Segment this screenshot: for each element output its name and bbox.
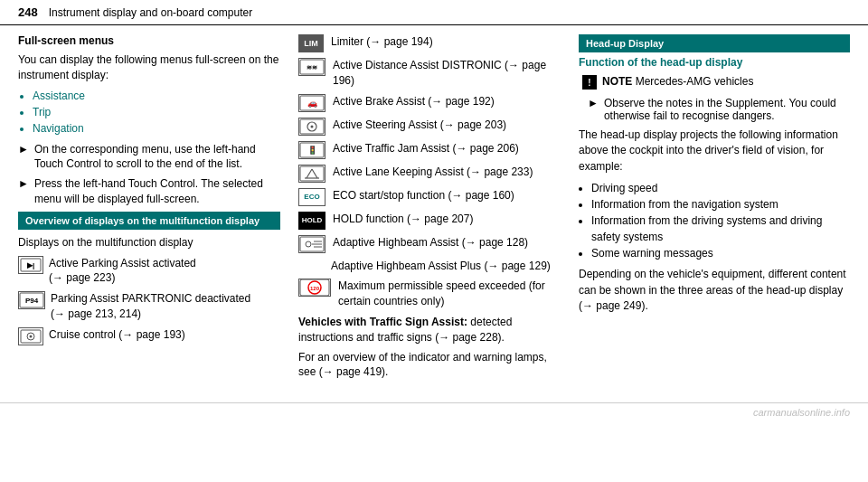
steering-assist-text: Active Steering Assist (→ page 203)	[333, 118, 506, 133]
highbeam-icon	[298, 235, 326, 253]
highbeam-plus-text: Adaptive Highbeam Assist Plus (→ page 12…	[331, 259, 551, 274]
lane-keeping-text: Active Lane Keeping Assist (→ page 233)	[333, 165, 533, 180]
limiter-text: Limiter (→ page 194)	[331, 34, 433, 50]
svg-line-18	[312, 169, 317, 178]
right-column: Head-up Display Function of the head-up …	[579, 34, 850, 384]
page-header-title: Instrument display and on-board computer	[49, 6, 252, 19]
mid-item-highbeam: Adaptive Highbeam Assist (→ page 128)	[298, 235, 561, 253]
parking-assist-text: Active Parking Assist activated (→ page …	[49, 256, 196, 287]
main-content: Full-screen menus You can display the fo…	[0, 25, 868, 393]
middle-column: LIM Limiter (→ page 194) ≋≋ Active Dista…	[298, 34, 561, 384]
head-up-body: The head-up display projects the followi…	[579, 128, 850, 175]
svg-text:≋≋: ≋≋	[307, 64, 317, 71]
left-column: Full-screen menus You can display the fo…	[18, 34, 280, 384]
display-item-parking-assist: ▶| Active Parking Assist activated (→ pa…	[18, 256, 280, 287]
displays-label: Displays on the multifunction display	[18, 235, 280, 250]
traffic-jam-svg: 🚦	[299, 142, 325, 158]
distance-assist-svg: ≋≋	[299, 59, 325, 75]
distance-assist-icon: ≋≋	[298, 58, 326, 76]
arrow-sym-2: ►	[18, 176, 29, 207]
speed-icon: 120	[298, 279, 331, 297]
display-item-cruise: Cruise control (→ page 193)	[18, 327, 280, 345]
note-box: ! NOTE Mercedes-AMG vehicles	[582, 74, 850, 90]
bullet-driving-speed: Driving speed	[591, 180, 850, 196]
speed-svg: 120	[299, 279, 330, 297]
mid-item-hold: HOLD HOLD function (→ page 207)	[298, 212, 561, 230]
arrow-text-2: Press the left-hand Touch Control. The s…	[34, 176, 280, 207]
arrow-sym-1: ►	[18, 142, 29, 173]
menu-item-navigation: Navigation	[33, 120, 280, 137]
svg-rect-16	[300, 166, 324, 181]
mid-item-eco: ECO ECO start/stop function (→ page 160)	[298, 188, 561, 206]
overview-text: For an overview of the indicator and war…	[298, 350, 561, 381]
brake-assist-svg: 🚗	[299, 95, 325, 111]
mid-item-limiter: LIM Limiter (→ page 194)	[298, 34, 561, 52]
bullet-warning-messages: Some warning messages	[591, 245, 850, 261]
highbeam-text: Adaptive Highbeam Assist (→ page 128)	[333, 235, 528, 250]
brake-assist-text: Active Brake Assist (→ page 192)	[333, 94, 495, 109]
menu-item-assistance: Assistance	[33, 88, 280, 104]
highbeam-svg	[299, 236, 325, 252]
svg-text:P94: P94	[25, 297, 39, 305]
svg-point-6	[30, 335, 33, 337]
parktronic-icon: P94	[18, 291, 45, 309]
note-content: NOTE Mercedes-AMG vehicles	[602, 74, 753, 90]
head-up-bullet-list: Driving speed Information from the navig…	[591, 180, 850, 261]
vehicles-label: Vehicles with Traffic Sign Assist:	[298, 316, 467, 328]
lim-icon: LIM	[298, 34, 324, 52]
distance-assist-text: Active Distance Assist DISTRONIC (→ page…	[333, 58, 561, 89]
head-up-subtitle: Function of the head-up display	[579, 56, 850, 69]
parking-assist-icon: ▶|	[18, 256, 43, 274]
parktronic-svg: P94	[19, 292, 44, 308]
mid-item-highbeam-plus: Adaptive Highbeam Assist Plus (→ page 12…	[298, 259, 561, 274]
page-header: 248 Instrument display and on-board comp…	[0, 0, 868, 25]
cruise-svg	[20, 329, 42, 344]
brake-assist-icon: 🚗	[298, 94, 326, 112]
observe-text: Observe the notes in the Supplement. You…	[604, 97, 850, 122]
svg-text:🚦: 🚦	[307, 145, 318, 156]
mid-item-brake-assist: 🚗 Active Brake Assist (→ page 192)	[298, 94, 561, 112]
traffic-jam-text: Active Traffic Jam Assist (→ page 206)	[333, 141, 519, 156]
hold-text: HOLD function (→ page 207)	[333, 212, 473, 227]
watermark: carmanualsonline.info	[753, 407, 850, 418]
fullscreen-menus-title: Full-screen menus	[18, 34, 280, 47]
head-up-title: Head-up Display	[579, 34, 850, 52]
steering-assist-icon	[298, 118, 326, 136]
cruise-text: Cruise control (→ page 193)	[49, 327, 185, 343]
eco-text: ECO start/stop function (→ page 160)	[333, 188, 514, 203]
svg-line-17	[307, 169, 312, 178]
svg-text:▶|: ▶|	[27, 261, 34, 269]
traffic-jam-icon: 🚦	[298, 141, 326, 159]
menu-list: Assistance Trip Navigation	[33, 88, 280, 137]
menu-item-trip: Trip	[33, 104, 280, 120]
lane-keeping-svg	[299, 165, 325, 182]
max-speed-text: Maximum permissible speed exceeded (for …	[338, 279, 561, 309]
lane-keeping-icon	[298, 165, 326, 183]
mid-item-traffic-jam: 🚦 Active Traffic Jam Assist (→ page 206)	[298, 141, 561, 159]
bullet-driving-systems: Information from the driving systems and…	[591, 213, 850, 245]
page-footer: carmanualsonline.info	[0, 402, 868, 421]
display-item-parktronic: P94 Parking Assist PARKTRONIC deactivate…	[18, 291, 280, 322]
note-icon: !	[582, 75, 597, 90]
svg-point-21	[306, 241, 311, 247]
svg-text:120: 120	[310, 286, 320, 291]
arrow-text-1: On the corresponding menu, use the left-…	[34, 142, 280, 173]
page-number: 248	[18, 5, 38, 19]
hold-icon: HOLD	[298, 212, 326, 230]
bullet-navigation: Information from the navigation system	[591, 196, 850, 213]
arrow-item-1: ► On the corresponding menu, use the lef…	[18, 142, 280, 173]
eco-icon: ECO	[298, 188, 326, 206]
parking-assist-svg: ▶|	[20, 258, 42, 272]
cruise-icon	[18, 327, 43, 345]
overview-green-box: Overview of displays on the multifunctio…	[18, 212, 280, 230]
svg-point-13	[311, 125, 314, 128]
parktronic-text: Parking Assist PARKTRONIC deactivated (→…	[51, 291, 250, 322]
svg-text:🚗: 🚗	[307, 98, 318, 109]
vehicles-traffic-sign: Vehicles with Traffic Sign Assist: detec…	[298, 315, 561, 345]
overview-green-box-title: Overview of displays on the multifunctio…	[25, 215, 259, 226]
mid-item-max-speed: 120 Maximum permissible speed exceeded (…	[298, 279, 561, 309]
mid-item-steering-assist: Active Steering Assist (→ page 203)	[298, 118, 561, 136]
fullscreen-menus-intro: You can display the following menus full…	[18, 52, 280, 83]
arrow-item-2: ► Press the left-hand Touch Control. The…	[18, 176, 280, 207]
steering-assist-svg	[299, 118, 325, 135]
